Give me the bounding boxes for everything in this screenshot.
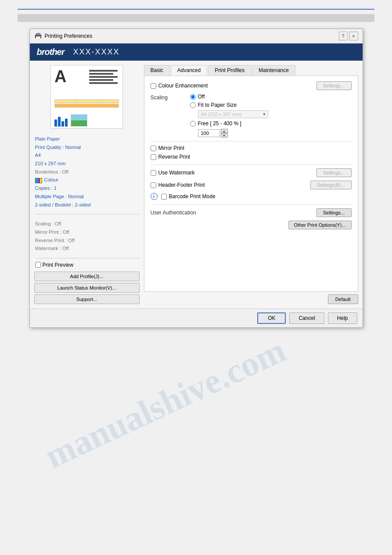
print-preview-image: A — [50, 65, 123, 129]
scaling-free-option: Free [ 25 - 400 % ] — [190, 120, 268, 127]
scaling-off-radio[interactable] — [190, 94, 196, 100]
help-footer-button[interactable]: Help — [328, 312, 357, 324]
header-footer-label[interactable]: Header-Footer Print — [151, 182, 310, 188]
help-button[interactable]: ? — [339, 32, 348, 40]
info-paper-a4: A4 — [35, 151, 139, 160]
barcode-print-label[interactable]: Barcode Print Mode — [161, 193, 216, 200]
preview-letter: A — [54, 68, 66, 85]
advanced-tab-content: Colour Enhancement Settings... Scaling O… — [144, 76, 358, 292]
scaling-off-label[interactable]: Off — [198, 94, 205, 100]
barcode-print-checkbox[interactable] — [161, 194, 167, 200]
brother-bar: brother XXX-XXXX — [30, 44, 363, 61]
spin-up-button[interactable]: ▲ — [221, 129, 228, 133]
watermark-row: Use Watermark Settings... — [151, 168, 352, 177]
info-multiple-page: Multiple Page : Normal — [35, 192, 139, 201]
ok-button[interactable]: OK — [257, 312, 286, 324]
free-scaling-input-wrapper: ▲ ▼ — [198, 129, 268, 138]
free-scaling-input[interactable] — [198, 129, 220, 137]
scaling-fit-radio[interactable] — [190, 102, 196, 108]
scaling-fit-option: Fit to Paper Size — [190, 102, 268, 108]
cancel-button[interactable]: Cancel — [289, 312, 324, 324]
user-auth-row: User Authentication Settings... — [151, 208, 352, 217]
free-scaling-wrapper: ▲ ▼ — [198, 129, 268, 138]
info-plain-paper: Plain Paper — [35, 135, 139, 143]
bottom-left-buttons: Add Profile(J)... Launch Status Monitor(… — [34, 272, 140, 304]
info-watermark: Watermark : Off — [35, 244, 139, 253]
free-scaling-spinner: ▲ ▼ — [221, 129, 228, 138]
brother-logo: brother — [37, 47, 65, 57]
dialog-body: A — [30, 61, 363, 308]
scaling-free-radio[interactable] — [190, 121, 196, 127]
other-options-button[interactable]: Other Print Options(Y)... — [288, 221, 352, 229]
svg-rect-1 — [36, 33, 40, 35]
tab-maintenance[interactable]: Maintenance — [252, 65, 295, 76]
tab-basic[interactable]: Basic — [144, 65, 170, 76]
brother-model: XXX-XXXX — [73, 47, 120, 57]
support-button[interactable]: Support... — [34, 294, 140, 304]
scaling-section: Scaling Off Fit to Paper Size — [151, 94, 352, 138]
info-scaling: Scaling : Off — [35, 220, 139, 228]
bottom-area: Default — [144, 292, 358, 304]
print-preview-checkbox[interactable] — [35, 262, 41, 268]
title-bar: Printing Preferences ? × — [30, 29, 363, 44]
colour-enhancement-row: Colour Enhancement Settings... — [151, 81, 352, 90]
colour-enhancement-settings-button[interactable]: Settings... — [316, 81, 352, 90]
header-footer-checkbox[interactable] — [151, 182, 156, 188]
info-colour: Colour — [35, 176, 139, 184]
watermark-label[interactable]: Use Watermark — [151, 170, 316, 176]
header-footer-row: Header-Footer Print Settings(B)... — [151, 181, 352, 189]
mirror-print-checkbox[interactable] — [151, 145, 156, 151]
preview-lines — [89, 70, 120, 85]
add-profile-button[interactable]: Add Profile(J)... — [34, 272, 140, 281]
tab-advanced[interactable]: Advanced — [171, 65, 207, 76]
other-options-row: Other Print Options(Y)... — [151, 221, 352, 229]
watermark-checkbox[interactable] — [151, 170, 156, 176]
info-reverse: Reverse Print : Off — [35, 236, 139, 245]
reverse-print-checkbox[interactable] — [151, 154, 156, 160]
watermark-settings-button[interactable]: Settings... — [316, 168, 352, 177]
preview-table — [54, 99, 119, 112]
user-auth-label: User Authentication — [151, 210, 196, 216]
print-info-2: Scaling : Off Mirror Print : Off Reverse… — [34, 218, 140, 254]
scaling-fit-label[interactable]: Fit to Paper Size — [198, 102, 237, 108]
print-info: Plain Paper Print Quality : Normal A4 21… — [34, 133, 140, 210]
tab-print-profiles[interactable]: Print Profiles — [208, 65, 251, 76]
tabs-row: Basic Advanced Print Profiles Maintenanc… — [144, 65, 358, 76]
barcode-print-row: i Barcode Print Mode — [151, 193, 352, 200]
info-borderless: Borderless : Off — [35, 168, 139, 176]
info-copies: Copies : 1 — [35, 184, 139, 192]
reverse-print-row: Reverse Print — [151, 154, 352, 160]
dialog-footer: OK Cancel Help — [30, 308, 363, 327]
left-panel: A — [34, 65, 140, 304]
spin-down-button[interactable]: ▼ — [221, 133, 228, 138]
print-preview-row: Print Preview — [35, 262, 139, 268]
printing-preferences-dialog: Printing Preferences ? × brother XXX-XXX… — [29, 29, 363, 328]
mirror-print-label[interactable]: Mirror Print — [151, 145, 352, 151]
info-mirror: Mirror Print : Off — [35, 228, 139, 236]
info-print-quality: Print Quality : Normal — [35, 143, 139, 152]
default-button[interactable]: Default — [328, 294, 358, 304]
print-preview-label[interactable]: Print Preview — [43, 262, 74, 268]
mirror-print-row: Mirror Print — [151, 145, 352, 151]
gray-bar — [18, 14, 374, 22]
color-swatch-icon — [35, 178, 42, 183]
colour-enhancement-checkbox[interactable] — [151, 83, 156, 89]
reverse-print-label[interactable]: Reverse Print — [151, 154, 352, 160]
header-footer-settings-button[interactable]: Settings(B)... — [310, 181, 352, 189]
scaling-label: Scaling — [151, 94, 186, 101]
divider-1 — [35, 214, 139, 214]
title-bar-buttons: ? × — [339, 32, 358, 40]
colour-enhancement-label[interactable]: Colour Enhancement — [151, 83, 316, 89]
right-panel: Basic Advanced Print Profiles Maintenanc… — [144, 65, 358, 304]
scaling-options: Off Fit to Paper Size A4 (210 x 297 mm) — [190, 94, 268, 138]
preview-landscape — [71, 114, 87, 127]
user-auth-settings-button[interactable]: Settings... — [316, 208, 352, 217]
close-button[interactable]: × — [349, 32, 358, 40]
launch-status-monitor-button[interactable]: Launch Status Monitor(V)... — [34, 283, 140, 293]
top-decorative-line — [18, 9, 374, 10]
paper-size-select-wrapper: A4 (210 x 297 mm) — [198, 110, 268, 118]
dialog-title: Printing Preferences — [45, 33, 93, 39]
scaling-free-label[interactable]: Free [ 25 - 400 % ] — [198, 120, 241, 127]
paper-size-wrapper: A4 (210 x 297 mm) — [198, 110, 268, 118]
paper-size-select[interactable]: A4 (210 x 297 mm) — [198, 110, 268, 118]
